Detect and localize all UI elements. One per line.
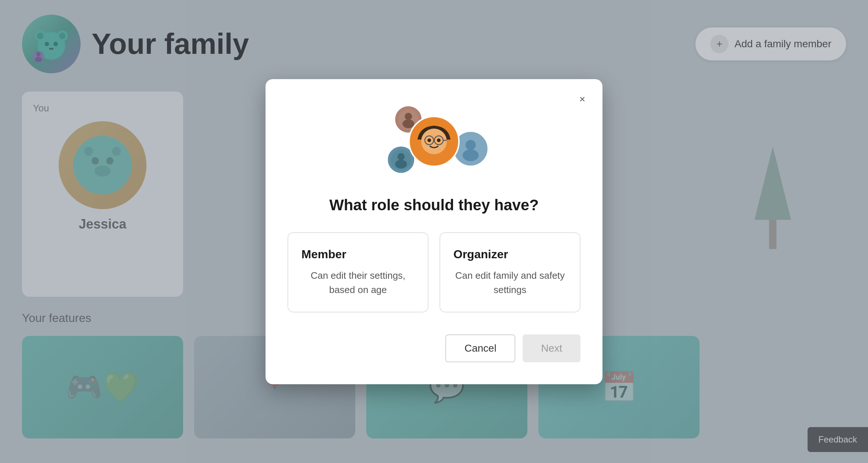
svg-point-30 <box>395 160 407 168</box>
svg-point-45 <box>463 149 479 161</box>
dialog-illustration <box>288 101 580 182</box>
organizer-role-title: Organizer <box>453 248 567 261</box>
role-cards-container: Member Can edit their settings, based on… <box>288 232 580 312</box>
organizer-role-desc: Can edit family and safety settings <box>453 268 567 297</box>
role-card-member[interactable]: Member Can edit their settings, based on… <box>288 232 429 312</box>
svg-point-29 <box>397 153 405 160</box>
member-role-title: Member <box>301 248 415 261</box>
next-button[interactable]: Next <box>523 334 580 362</box>
role-card-organizer[interactable]: Organizer Can edit family and safety set… <box>439 232 580 312</box>
member-role-desc: Can edit their settings, based on age <box>301 268 415 297</box>
cancel-button[interactable]: Cancel <box>445 334 515 362</box>
modal-overlay: × <box>0 0 868 463</box>
avatar-main <box>408 116 460 167</box>
svg-point-26 <box>405 113 412 120</box>
close-icon: × <box>579 93 585 105</box>
svg-point-36 <box>427 138 431 142</box>
svg-point-44 <box>465 140 476 150</box>
role-selection-dialog: × <box>266 79 602 384</box>
dialog-buttons: Cancel Next <box>288 334 580 362</box>
svg-point-37 <box>437 138 441 142</box>
close-button[interactable]: × <box>573 90 591 108</box>
family-illustration <box>375 101 493 182</box>
dialog-heading: What role should they have? <box>288 196 580 214</box>
